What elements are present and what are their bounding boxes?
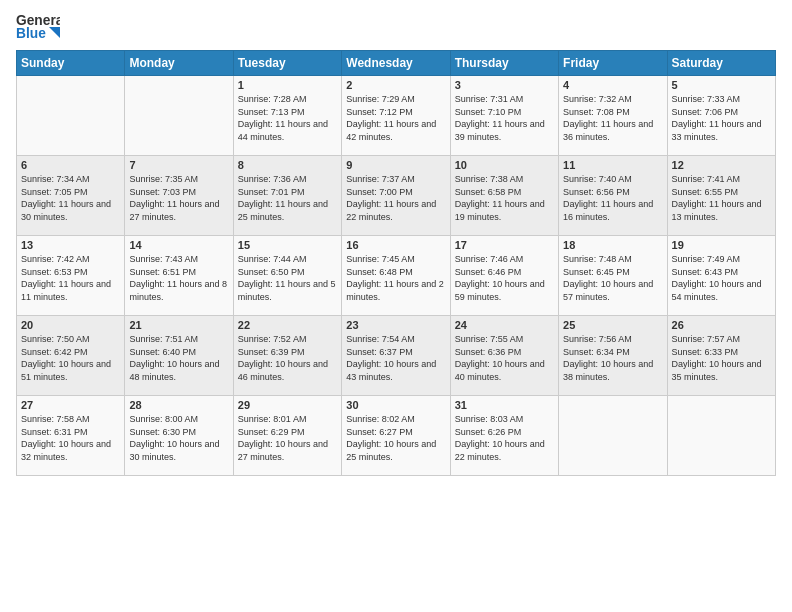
- day-cell: [559, 396, 667, 476]
- day-info: Sunrise: 7:42 AM Sunset: 6:53 PM Dayligh…: [21, 253, 120, 303]
- day-info: Sunrise: 7:55 AM Sunset: 6:36 PM Dayligh…: [455, 333, 554, 383]
- day-number: 31: [455, 399, 554, 411]
- day-cell: 19Sunrise: 7:49 AM Sunset: 6:43 PM Dayli…: [667, 236, 775, 316]
- day-info: Sunrise: 7:41 AM Sunset: 6:55 PM Dayligh…: [672, 173, 771, 223]
- day-number: 10: [455, 159, 554, 171]
- day-info: Sunrise: 7:57 AM Sunset: 6:33 PM Dayligh…: [672, 333, 771, 383]
- week-row-4: 20Sunrise: 7:50 AM Sunset: 6:42 PM Dayli…: [17, 316, 776, 396]
- day-cell: 7Sunrise: 7:35 AM Sunset: 7:03 PM Daylig…: [125, 156, 233, 236]
- day-info: Sunrise: 7:50 AM Sunset: 6:42 PM Dayligh…: [21, 333, 120, 383]
- day-cell: 16Sunrise: 7:45 AM Sunset: 6:48 PM Dayli…: [342, 236, 450, 316]
- day-number: 27: [21, 399, 120, 411]
- svg-text:Blue: Blue: [16, 26, 46, 41]
- day-info: Sunrise: 7:29 AM Sunset: 7:12 PM Dayligh…: [346, 93, 445, 143]
- day-info: Sunrise: 7:56 AM Sunset: 6:34 PM Dayligh…: [563, 333, 662, 383]
- day-info: Sunrise: 7:44 AM Sunset: 6:50 PM Dayligh…: [238, 253, 337, 303]
- day-cell: 2Sunrise: 7:29 AM Sunset: 7:12 PM Daylig…: [342, 76, 450, 156]
- day-number: 15: [238, 239, 337, 251]
- weekday-header-sunday: Sunday: [17, 51, 125, 76]
- day-number: 19: [672, 239, 771, 251]
- day-info: Sunrise: 7:48 AM Sunset: 6:45 PM Dayligh…: [563, 253, 662, 303]
- svg-marker-2: [49, 27, 60, 38]
- day-info: Sunrise: 8:03 AM Sunset: 6:26 PM Dayligh…: [455, 413, 554, 463]
- day-number: 22: [238, 319, 337, 331]
- day-cell: 26Sunrise: 7:57 AM Sunset: 6:33 PM Dayli…: [667, 316, 775, 396]
- day-number: 24: [455, 319, 554, 331]
- day-number: 3: [455, 79, 554, 91]
- day-number: 17: [455, 239, 554, 251]
- page-header: General Blue: [16, 10, 776, 46]
- day-cell: 6Sunrise: 7:34 AM Sunset: 7:05 PM Daylig…: [17, 156, 125, 236]
- day-number: 12: [672, 159, 771, 171]
- day-cell: 3Sunrise: 7:31 AM Sunset: 7:10 PM Daylig…: [450, 76, 558, 156]
- day-number: 9: [346, 159, 445, 171]
- day-number: 6: [21, 159, 120, 171]
- day-number: 30: [346, 399, 445, 411]
- day-cell: 24Sunrise: 7:55 AM Sunset: 6:36 PM Dayli…: [450, 316, 558, 396]
- day-cell: 25Sunrise: 7:56 AM Sunset: 6:34 PM Dayli…: [559, 316, 667, 396]
- weekday-header-monday: Monday: [125, 51, 233, 76]
- day-number: 26: [672, 319, 771, 331]
- day-number: 7: [129, 159, 228, 171]
- day-info: Sunrise: 7:38 AM Sunset: 6:58 PM Dayligh…: [455, 173, 554, 223]
- day-number: 13: [21, 239, 120, 251]
- week-row-2: 6Sunrise: 7:34 AM Sunset: 7:05 PM Daylig…: [17, 156, 776, 236]
- day-number: 1: [238, 79, 337, 91]
- day-number: 25: [563, 319, 662, 331]
- calendar-table: SundayMondayTuesdayWednesdayThursdayFrid…: [16, 50, 776, 476]
- day-info: Sunrise: 7:36 AM Sunset: 7:01 PM Dayligh…: [238, 173, 337, 223]
- day-cell: 21Sunrise: 7:51 AM Sunset: 6:40 PM Dayli…: [125, 316, 233, 396]
- day-cell: 1Sunrise: 7:28 AM Sunset: 7:13 PM Daylig…: [233, 76, 341, 156]
- day-number: 28: [129, 399, 228, 411]
- day-cell: 8Sunrise: 7:36 AM Sunset: 7:01 PM Daylig…: [233, 156, 341, 236]
- day-cell: 5Sunrise: 7:33 AM Sunset: 7:06 PM Daylig…: [667, 76, 775, 156]
- day-cell: 30Sunrise: 8:02 AM Sunset: 6:27 PM Dayli…: [342, 396, 450, 476]
- day-number: 8: [238, 159, 337, 171]
- day-cell: 4Sunrise: 7:32 AM Sunset: 7:08 PM Daylig…: [559, 76, 667, 156]
- day-cell: [125, 76, 233, 156]
- day-info: Sunrise: 7:46 AM Sunset: 6:46 PM Dayligh…: [455, 253, 554, 303]
- day-info: Sunrise: 7:32 AM Sunset: 7:08 PM Dayligh…: [563, 93, 662, 143]
- day-info: Sunrise: 7:52 AM Sunset: 6:39 PM Dayligh…: [238, 333, 337, 383]
- day-cell: 12Sunrise: 7:41 AM Sunset: 6:55 PM Dayli…: [667, 156, 775, 236]
- day-cell: 23Sunrise: 7:54 AM Sunset: 6:37 PM Dayli…: [342, 316, 450, 396]
- day-cell: [667, 396, 775, 476]
- day-cell: 18Sunrise: 7:48 AM Sunset: 6:45 PM Dayli…: [559, 236, 667, 316]
- day-cell: 27Sunrise: 7:58 AM Sunset: 6:31 PM Dayli…: [17, 396, 125, 476]
- weekday-header-wednesday: Wednesday: [342, 51, 450, 76]
- day-info: Sunrise: 7:49 AM Sunset: 6:43 PM Dayligh…: [672, 253, 771, 303]
- day-cell: 14Sunrise: 7:43 AM Sunset: 6:51 PM Dayli…: [125, 236, 233, 316]
- day-info: Sunrise: 8:00 AM Sunset: 6:30 PM Dayligh…: [129, 413, 228, 463]
- day-cell: [17, 76, 125, 156]
- day-number: 4: [563, 79, 662, 91]
- day-info: Sunrise: 7:33 AM Sunset: 7:06 PM Dayligh…: [672, 93, 771, 143]
- day-cell: 20Sunrise: 7:50 AM Sunset: 6:42 PM Dayli…: [17, 316, 125, 396]
- day-number: 18: [563, 239, 662, 251]
- day-info: Sunrise: 8:02 AM Sunset: 6:27 PM Dayligh…: [346, 413, 445, 463]
- day-info: Sunrise: 7:58 AM Sunset: 6:31 PM Dayligh…: [21, 413, 120, 463]
- week-row-1: 1Sunrise: 7:28 AM Sunset: 7:13 PM Daylig…: [17, 76, 776, 156]
- day-info: Sunrise: 7:45 AM Sunset: 6:48 PM Dayligh…: [346, 253, 445, 303]
- day-number: 20: [21, 319, 120, 331]
- day-number: 2: [346, 79, 445, 91]
- weekday-header-saturday: Saturday: [667, 51, 775, 76]
- day-number: 5: [672, 79, 771, 91]
- day-number: 14: [129, 239, 228, 251]
- day-cell: 10Sunrise: 7:38 AM Sunset: 6:58 PM Dayli…: [450, 156, 558, 236]
- weekday-header-thursday: Thursday: [450, 51, 558, 76]
- day-number: 11: [563, 159, 662, 171]
- day-number: 23: [346, 319, 445, 331]
- day-cell: 28Sunrise: 8:00 AM Sunset: 6:30 PM Dayli…: [125, 396, 233, 476]
- week-row-5: 27Sunrise: 7:58 AM Sunset: 6:31 PM Dayli…: [17, 396, 776, 476]
- day-cell: 15Sunrise: 7:44 AM Sunset: 6:50 PM Dayli…: [233, 236, 341, 316]
- week-row-3: 13Sunrise: 7:42 AM Sunset: 6:53 PM Dayli…: [17, 236, 776, 316]
- day-cell: 31Sunrise: 8:03 AM Sunset: 6:26 PM Dayli…: [450, 396, 558, 476]
- logo: General Blue: [16, 10, 60, 46]
- weekday-header-friday: Friday: [559, 51, 667, 76]
- weekday-header-row: SundayMondayTuesdayWednesdayThursdayFrid…: [17, 51, 776, 76]
- logo-icon: General Blue: [16, 10, 60, 46]
- day-info: Sunrise: 7:43 AM Sunset: 6:51 PM Dayligh…: [129, 253, 228, 303]
- day-cell: 22Sunrise: 7:52 AM Sunset: 6:39 PM Dayli…: [233, 316, 341, 396]
- day-info: Sunrise: 8:01 AM Sunset: 6:29 PM Dayligh…: [238, 413, 337, 463]
- day-cell: 13Sunrise: 7:42 AM Sunset: 6:53 PM Dayli…: [17, 236, 125, 316]
